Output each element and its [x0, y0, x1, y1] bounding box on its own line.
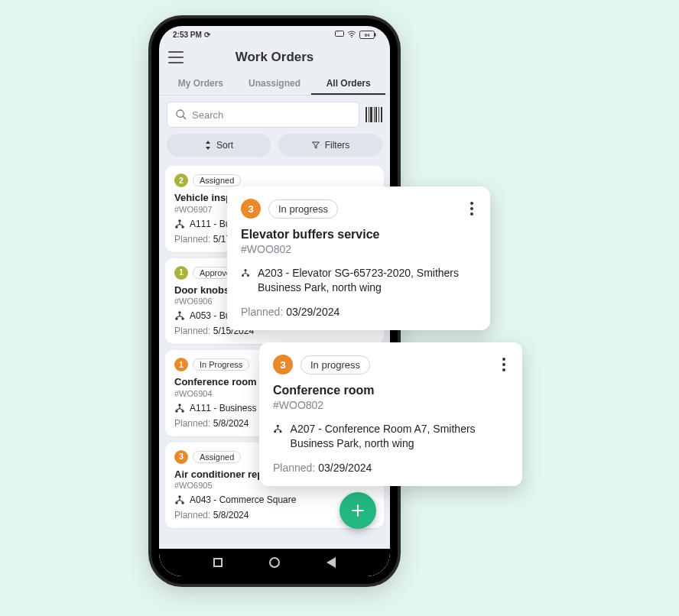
search-row [159, 96, 390, 134]
page-title: Work Orders [159, 50, 390, 65]
detail-card-conference[interactable]: 3 In progress Conference room #WOO802 A2… [259, 342, 522, 486]
planned-date: 03/29/2024 [318, 462, 372, 474]
status-chip: In Progress [193, 358, 249, 371]
svg-point-13 [181, 318, 184, 321]
svg-rect-0 [336, 31, 344, 37]
svg-point-10 [181, 225, 184, 229]
card-id: #WOO802 [241, 243, 476, 255]
priority-badge: 1 [174, 358, 188, 371]
header: Work Orders [159, 43, 390, 72]
add-button[interactable] [340, 492, 376, 529]
svg-point-11 [178, 311, 181, 314]
sitemap-icon [174, 219, 185, 229]
recent-apps-icon[interactable] [213, 558, 223, 567]
svg-point-20 [245, 269, 247, 271]
tab-all-orders[interactable]: All Orders [311, 72, 385, 95]
svg-point-19 [181, 502, 184, 505]
home-icon[interactable] [269, 557, 280, 568]
search-input[interactable] [192, 109, 351, 121]
card-location: A203 - Elevator SG-65723-2020, Smithers … [258, 266, 476, 295]
priority-badge: 2 [174, 173, 188, 187]
card-location: A043 - Commerce Square [190, 494, 296, 505]
wifi-icon [347, 31, 356, 38]
status-chip: Assigned [193, 174, 241, 186]
search-input-container[interactable] [167, 102, 359, 128]
sort-filter-row: Sort Filters [159, 134, 390, 161]
search-icon [175, 109, 187, 121]
card-location: A207 - Conference Room A7, Smithers Busi… [291, 422, 508, 451]
barcode-icon[interactable] [365, 107, 382, 122]
card-title: Conference room [273, 384, 508, 397]
svg-point-12 [175, 318, 178, 321]
priority-badge: 1 [174, 266, 188, 280]
tab-my-orders[interactable]: My Orders [164, 72, 238, 95]
plus-icon [350, 503, 365, 518]
svg-point-21 [242, 274, 244, 277]
filters-button[interactable]: Filters [278, 134, 382, 157]
filter-icon [311, 141, 320, 150]
priority-badge: 3 [174, 450, 188, 464]
tab-unassigned[interactable]: Unassigned [238, 72, 312, 95]
svg-point-22 [247, 274, 249, 277]
svg-line-7 [183, 116, 186, 119]
sort-button[interactable]: Sort [167, 134, 271, 157]
priority-badge: 3 [241, 199, 261, 219]
planned-label: Planned: [174, 418, 210, 429]
planned-date: 5/8/2024 [213, 510, 249, 520]
svg-point-25 [279, 430, 281, 433]
status-chip: In progress [301, 355, 370, 374]
status-chip: Assigned [193, 451, 241, 463]
sitemap-icon [174, 310, 185, 321]
tabs: My Orders Unassigned All Orders [159, 72, 390, 96]
svg-point-2 [351, 37, 352, 38]
svg-point-15 [175, 410, 178, 413]
card-id: #WOO802 [273, 399, 508, 411]
svg-point-16 [181, 410, 184, 413]
priority-badge: 3 [273, 355, 293, 374]
svg-point-9 [175, 225, 178, 229]
svg-point-23 [277, 425, 279, 427]
svg-point-14 [178, 404, 181, 407]
svg-point-1 [337, 32, 338, 33]
status-time: 2:53 PM ⟳ [173, 31, 210, 39]
svg-point-6 [177, 110, 184, 117]
svg-point-17 [178, 496, 181, 499]
sitemap-icon [174, 494, 185, 505]
sort-icon [204, 141, 212, 150]
svg-rect-4 [375, 33, 376, 36]
planned-label: Planned: [241, 306, 283, 318]
sitemap-icon [273, 422, 283, 436]
card-title: Elevator buffers service [241, 228, 476, 242]
planned-label: Planned: [174, 510, 210, 520]
more-icon[interactable] [467, 199, 476, 219]
filters-label: Filters [325, 140, 350, 151]
more-icon[interactable] [499, 355, 508, 374]
svg-text:94: 94 [365, 33, 370, 37]
sitemap-icon [241, 266, 250, 280]
planned-date: 5/8/2024 [213, 418, 249, 429]
planned-date: 03/29/2024 [286, 306, 340, 318]
planned-label: Planned: [174, 326, 210, 336]
planned-label: Planned: [273, 462, 315, 474]
back-icon[interactable] [327, 557, 336, 568]
svg-point-18 [175, 502, 178, 505]
planned-label: Planned: [174, 234, 210, 245]
svg-point-24 [274, 430, 276, 433]
status-chip: In progress [268, 199, 338, 219]
status-bar: 2:53 PM ⟳ 94 [159, 26, 390, 43]
svg-point-8 [178, 219, 181, 222]
detail-card-elevator[interactable]: 3 In progress Elevator buffers service #… [227, 186, 490, 330]
battery-icon: 94 [359, 31, 376, 39]
android-nav-bar [159, 549, 390, 576]
sort-label: Sort [216, 140, 233, 151]
sitemap-icon [174, 403, 185, 413]
camera-icon [335, 31, 344, 38]
status-indicators: 94 [335, 31, 376, 39]
